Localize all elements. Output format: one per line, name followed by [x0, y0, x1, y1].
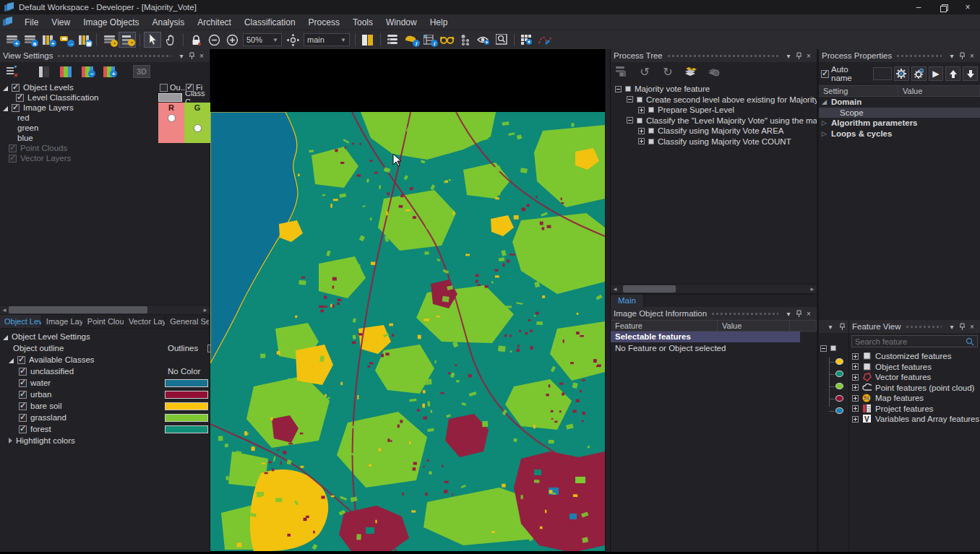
class-dot-3[interactable] [835, 395, 843, 402]
ols-class-bare-soil[interactable]: bare soil [3, 401, 210, 411]
pp-col-setting[interactable]: Setting [819, 86, 898, 96]
process-name-input[interactable] [873, 67, 892, 80]
map-image[interactable] [210, 112, 605, 551]
class-color-swatch[interactable] [165, 425, 208, 433]
zoom-pan-icon[interactable] [284, 32, 301, 48]
menu-image-objects[interactable]: Image Objects [77, 14, 145, 30]
feature-search-box[interactable] [851, 335, 978, 347]
process-tree-menu-icon[interactable]: ▾ [783, 51, 794, 61]
map-view-select[interactable]: main▼ [304, 33, 350, 46]
lock-icon[interactable] [187, 32, 205, 48]
feature-row-3[interactable]: Point features (point cloud) [852, 383, 980, 394]
ioi-close-icon[interactable]: × [804, 308, 814, 319]
menu-architect[interactable]: Architect [191, 14, 238, 30]
feature-row-6[interactable]: VVariables and Array features [852, 414, 980, 425]
channel-row-2[interactable] [158, 133, 210, 143]
expand-icon[interactable] [852, 416, 859, 423]
ols-class-forest[interactable]: forest [3, 424, 210, 434]
tab-image-lay-[interactable]: Image Lay... [42, 315, 83, 328]
class-dot-4[interactable] [835, 407, 843, 414]
tab-point-clou-[interactable]: Point Clou... [83, 315, 124, 328]
menu-analysis[interactable]: Analysis [146, 14, 192, 30]
expanded-arrow-icon[interactable]: ◢ [822, 98, 828, 105]
close-button[interactable]: × [955, 0, 980, 14]
execute-process-icon[interactable]: a [614, 64, 629, 79]
collapsed-arrow-icon[interactable]: ▷ [822, 119, 828, 126]
tab-vector-lay-[interactable]: Vector Lay... [124, 315, 166, 328]
layer-minus-icon[interactable]: − [79, 65, 95, 78]
expand-icon[interactable] [852, 405, 859, 412]
feature-row-1[interactable]: Object features [852, 362, 980, 373]
view-settings-menu-icon[interactable]: ▾ [176, 51, 186, 61]
process-row-2[interactable]: Prepare Super-Level [614, 105, 817, 116]
view-settings-hscrollbar[interactable]: ◄ ► [0, 305, 210, 315]
process-tree-hscrollbar[interactable]: ◄ ► [611, 284, 817, 294]
tab-general-se-[interactable]: General Se... [166, 315, 210, 328]
edit-level-views-icon[interactable] [4, 65, 20, 78]
ols-available-classes-row[interactable]: Available Classes [3, 355, 210, 365]
restore-button[interactable] [931, 0, 955, 14]
view-settings-pin-icon[interactable] [186, 51, 197, 61]
feature-row-5[interactable]: Project features [852, 404, 980, 415]
viewer-splitter[interactable] [605, 49, 611, 554]
auto-name-checkbox[interactable] [821, 70, 829, 78]
mix-layers-view-icon[interactable] [58, 65, 74, 78]
add-level-icon[interactable]: + [39, 32, 56, 48]
expand-icon[interactable] [638, 107, 645, 113]
save-project-icon[interactable]: a [21, 32, 38, 48]
ols-root-row[interactable]: Object Level Settings [3, 332, 210, 342]
channel-row-0[interactable] [158, 113, 210, 123]
load-level-icon[interactable]: ▣ [75, 32, 93, 48]
redo-icon[interactable]: ↻ [660, 64, 676, 79]
magnifier-window-icon[interactable] [493, 32, 510, 48]
collapse-icon[interactable] [820, 345, 827, 352]
move-down-button[interactable] [963, 66, 978, 81]
undo-icon[interactable]: ↺ [637, 64, 653, 79]
collapse-icon[interactable] [627, 96, 633, 103]
menu-classification[interactable]: Classification [238, 14, 302, 30]
menu-help[interactable]: Help [424, 14, 455, 30]
execute-button[interactable]: ▶ [929, 66, 944, 81]
fv-close-icon[interactable]: × [967, 321, 977, 332]
create-project-icon[interactable]: + [3, 32, 20, 48]
object-info-icon[interactable]: i [421, 32, 438, 48]
tab-object-lev-[interactable]: Object Lev... [0, 315, 42, 328]
delete-levels-icon[interactable] [683, 64, 699, 79]
zoom-level-select[interactable]: 50%▼ [243, 33, 282, 46]
class-color-swatch[interactable] [158, 93, 182, 102]
hierarchy-view-icon[interactable] [457, 32, 474, 48]
menu-window[interactable]: Window [379, 14, 424, 30]
grid-settings-icon[interactable] [518, 32, 536, 48]
class-checkbox[interactable] [19, 414, 27, 422]
class-checkbox[interactable] [19, 368, 27, 376]
process-row-4[interactable]: Classify using Majority Vote AREA [614, 126, 817, 137]
edit-curve-icon[interactable] [536, 32, 554, 48]
pan-tool[interactable] [162, 32, 179, 48]
outlined-column-header[interactable]: Ou... [158, 83, 184, 92]
process-row-1[interactable]: Create second level above existing for M… [614, 95, 817, 105]
menu-process[interactable]: Process [302, 14, 346, 30]
class-dot-1[interactable] [835, 371, 843, 377]
menu-view[interactable]: View [45, 14, 77, 30]
class-hierarchy-root[interactable] [819, 343, 848, 353]
feature-search-input[interactable] [855, 337, 966, 346]
ols-highlight-colors-row[interactable]: Hightlight colors [3, 436, 210, 446]
copy-level-time-icon[interactable]: ◔ [100, 32, 118, 48]
class-dot-2[interactable] [835, 383, 843, 389]
collapsed-arrow-icon[interactable]: ▷ [822, 130, 828, 137]
process-row-0[interactable]: Majority vote feature [614, 84, 817, 95]
view-settings-close-icon[interactable]: × [197, 51, 207, 61]
class-dot-0[interactable] [835, 358, 843, 365]
expand-icon[interactable] [852, 363, 859, 370]
view-settings-icon[interactable] [475, 32, 492, 48]
pixel-view-icon[interactable]: i [403, 32, 420, 48]
process-tree-close-icon[interactable]: × [804, 51, 814, 61]
zoom-in-button[interactable] [223, 32, 241, 48]
process-tab-main[interactable]: Main [611, 295, 644, 307]
pp-close-icon[interactable]: × [967, 51, 977, 61]
fv-menu-icon[interactable]: ▾ [947, 321, 957, 332]
ols-class-grassland[interactable]: grassland [3, 412, 210, 423]
ch-pin-icon[interactable] [837, 321, 847, 332]
cursor-tool[interactable] [144, 32, 161, 48]
class-checkbox[interactable] [19, 391, 27, 399]
